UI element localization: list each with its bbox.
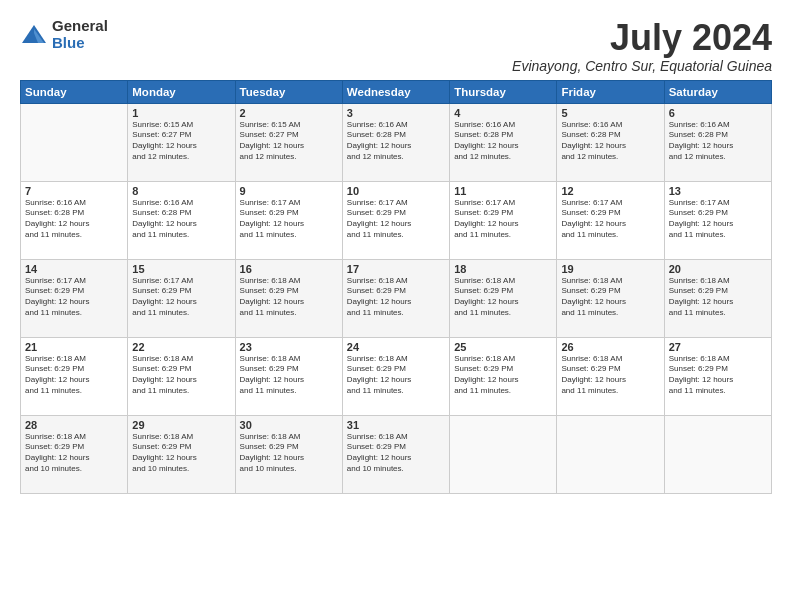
day-number: 7 <box>25 185 123 197</box>
day-info: Sunrise: 6:18 AMSunset: 6:29 PMDaylight:… <box>454 354 552 397</box>
day-info: Sunrise: 6:15 AMSunset: 6:27 PMDaylight:… <box>240 120 338 163</box>
page-header: General Blue July 2024 Evinayong, Centro… <box>20 18 772 74</box>
table-row <box>557 415 664 493</box>
day-number: 26 <box>561 341 659 353</box>
table-row: 18Sunrise: 6:18 AMSunset: 6:29 PMDayligh… <box>450 259 557 337</box>
table-row: 3Sunrise: 6:16 AMSunset: 6:28 PMDaylight… <box>342 103 449 181</box>
day-info: Sunrise: 6:18 AMSunset: 6:29 PMDaylight:… <box>240 432 338 475</box>
table-row: 29Sunrise: 6:18 AMSunset: 6:29 PMDayligh… <box>128 415 235 493</box>
logo-blue: Blue <box>52 35 108 52</box>
day-number: 4 <box>454 107 552 119</box>
day-number: 18 <box>454 263 552 275</box>
day-number: 17 <box>347 263 445 275</box>
day-info: Sunrise: 6:17 AMSunset: 6:29 PMDaylight:… <box>347 198 445 241</box>
table-row: 19Sunrise: 6:18 AMSunset: 6:29 PMDayligh… <box>557 259 664 337</box>
day-info: Sunrise: 6:15 AMSunset: 6:27 PMDaylight:… <box>132 120 230 163</box>
day-number: 3 <box>347 107 445 119</box>
day-number: 24 <box>347 341 445 353</box>
day-number: 27 <box>669 341 767 353</box>
table-row: 5Sunrise: 6:16 AMSunset: 6:28 PMDaylight… <box>557 103 664 181</box>
table-row: 15Sunrise: 6:17 AMSunset: 6:29 PMDayligh… <box>128 259 235 337</box>
day-info: Sunrise: 6:18 AMSunset: 6:29 PMDaylight:… <box>240 276 338 319</box>
day-number: 16 <box>240 263 338 275</box>
day-info: Sunrise: 6:17 AMSunset: 6:29 PMDaylight:… <box>454 198 552 241</box>
day-info: Sunrise: 6:18 AMSunset: 6:29 PMDaylight:… <box>561 276 659 319</box>
calendar-week-3: 14Sunrise: 6:17 AMSunset: 6:29 PMDayligh… <box>21 259 772 337</box>
calendar-week-4: 21Sunrise: 6:18 AMSunset: 6:29 PMDayligh… <box>21 337 772 415</box>
day-info: Sunrise: 6:18 AMSunset: 6:29 PMDaylight:… <box>669 276 767 319</box>
day-number: 20 <box>669 263 767 275</box>
logo-icon <box>20 21 48 49</box>
calendar-page: General Blue July 2024 Evinayong, Centro… <box>0 0 792 612</box>
col-tuesday: Tuesday <box>235 80 342 103</box>
table-row: 17Sunrise: 6:18 AMSunset: 6:29 PMDayligh… <box>342 259 449 337</box>
day-info: Sunrise: 6:18 AMSunset: 6:29 PMDaylight:… <box>561 354 659 397</box>
day-number: 19 <box>561 263 659 275</box>
table-row: 23Sunrise: 6:18 AMSunset: 6:29 PMDayligh… <box>235 337 342 415</box>
table-row: 24Sunrise: 6:18 AMSunset: 6:29 PMDayligh… <box>342 337 449 415</box>
table-row: 31Sunrise: 6:18 AMSunset: 6:29 PMDayligh… <box>342 415 449 493</box>
day-info: Sunrise: 6:17 AMSunset: 6:29 PMDaylight:… <box>561 198 659 241</box>
day-number: 8 <box>132 185 230 197</box>
svg-marker-0 <box>22 25 46 43</box>
col-saturday: Saturday <box>664 80 771 103</box>
day-info: Sunrise: 6:17 AMSunset: 6:29 PMDaylight:… <box>25 276 123 319</box>
table-row: 16Sunrise: 6:18 AMSunset: 6:29 PMDayligh… <box>235 259 342 337</box>
day-number: 30 <box>240 419 338 431</box>
day-info: Sunrise: 6:16 AMSunset: 6:28 PMDaylight:… <box>454 120 552 163</box>
calendar-table: Sunday Monday Tuesday Wednesday Thursday… <box>20 80 772 494</box>
day-info: Sunrise: 6:18 AMSunset: 6:29 PMDaylight:… <box>25 432 123 475</box>
table-row: 22Sunrise: 6:18 AMSunset: 6:29 PMDayligh… <box>128 337 235 415</box>
table-row: 8Sunrise: 6:16 AMSunset: 6:28 PMDaylight… <box>128 181 235 259</box>
day-number: 5 <box>561 107 659 119</box>
table-row: 1Sunrise: 6:15 AMSunset: 6:27 PMDaylight… <box>128 103 235 181</box>
day-number: 1 <box>132 107 230 119</box>
table-row: 4Sunrise: 6:16 AMSunset: 6:28 PMDaylight… <box>450 103 557 181</box>
table-row: 9Sunrise: 6:17 AMSunset: 6:29 PMDaylight… <box>235 181 342 259</box>
table-row <box>21 103 128 181</box>
table-row: 21Sunrise: 6:18 AMSunset: 6:29 PMDayligh… <box>21 337 128 415</box>
location-subtitle: Evinayong, Centro Sur, Equatorial Guinea <box>512 58 772 74</box>
day-number: 2 <box>240 107 338 119</box>
logo-text: General Blue <box>52 18 108 51</box>
table-row: 27Sunrise: 6:18 AMSunset: 6:29 PMDayligh… <box>664 337 771 415</box>
table-row: 14Sunrise: 6:17 AMSunset: 6:29 PMDayligh… <box>21 259 128 337</box>
header-row: Sunday Monday Tuesday Wednesday Thursday… <box>21 80 772 103</box>
day-info: Sunrise: 6:18 AMSunset: 6:29 PMDaylight:… <box>132 432 230 475</box>
day-number: 6 <box>669 107 767 119</box>
table-row: 6Sunrise: 6:16 AMSunset: 6:28 PMDaylight… <box>664 103 771 181</box>
day-info: Sunrise: 6:17 AMSunset: 6:29 PMDaylight:… <box>240 198 338 241</box>
day-number: 11 <box>454 185 552 197</box>
table-row: 12Sunrise: 6:17 AMSunset: 6:29 PMDayligh… <box>557 181 664 259</box>
col-thursday: Thursday <box>450 80 557 103</box>
table-row: 10Sunrise: 6:17 AMSunset: 6:29 PMDayligh… <box>342 181 449 259</box>
calendar-week-1: 1Sunrise: 6:15 AMSunset: 6:27 PMDaylight… <box>21 103 772 181</box>
day-info: Sunrise: 6:18 AMSunset: 6:29 PMDaylight:… <box>669 354 767 397</box>
col-sunday: Sunday <box>21 80 128 103</box>
table-row: 25Sunrise: 6:18 AMSunset: 6:29 PMDayligh… <box>450 337 557 415</box>
day-info: Sunrise: 6:16 AMSunset: 6:28 PMDaylight:… <box>561 120 659 163</box>
table-row: 30Sunrise: 6:18 AMSunset: 6:29 PMDayligh… <box>235 415 342 493</box>
day-info: Sunrise: 6:18 AMSunset: 6:29 PMDaylight:… <box>454 276 552 319</box>
day-info: Sunrise: 6:18 AMSunset: 6:29 PMDaylight:… <box>347 276 445 319</box>
calendar-week-2: 7Sunrise: 6:16 AMSunset: 6:28 PMDaylight… <box>21 181 772 259</box>
day-number: 23 <box>240 341 338 353</box>
table-row: 11Sunrise: 6:17 AMSunset: 6:29 PMDayligh… <box>450 181 557 259</box>
day-number: 10 <box>347 185 445 197</box>
day-number: 31 <box>347 419 445 431</box>
col-wednesday: Wednesday <box>342 80 449 103</box>
day-number: 29 <box>132 419 230 431</box>
table-row: 28Sunrise: 6:18 AMSunset: 6:29 PMDayligh… <box>21 415 128 493</box>
table-row: 2Sunrise: 6:15 AMSunset: 6:27 PMDaylight… <box>235 103 342 181</box>
day-info: Sunrise: 6:18 AMSunset: 6:29 PMDaylight:… <box>347 354 445 397</box>
day-info: Sunrise: 6:16 AMSunset: 6:28 PMDaylight:… <box>132 198 230 241</box>
day-number: 21 <box>25 341 123 353</box>
day-info: Sunrise: 6:18 AMSunset: 6:29 PMDaylight:… <box>240 354 338 397</box>
day-info: Sunrise: 6:18 AMSunset: 6:29 PMDaylight:… <box>25 354 123 397</box>
title-section: July 2024 Evinayong, Centro Sur, Equator… <box>512 18 772 74</box>
day-number: 25 <box>454 341 552 353</box>
col-monday: Monday <box>128 80 235 103</box>
day-number: 12 <box>561 185 659 197</box>
day-number: 9 <box>240 185 338 197</box>
day-info: Sunrise: 6:17 AMSunset: 6:29 PMDaylight:… <box>669 198 767 241</box>
